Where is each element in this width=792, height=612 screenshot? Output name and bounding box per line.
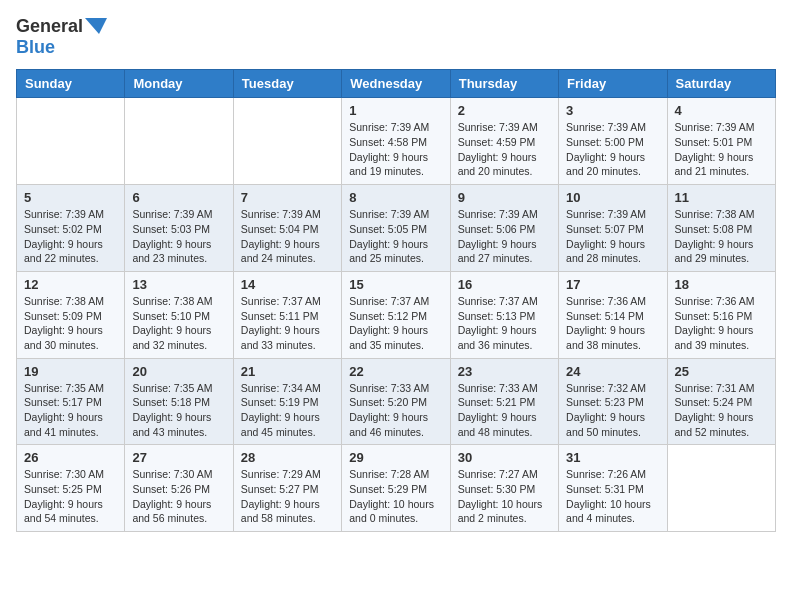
calendar-cell: 2Sunrise: 7:39 AM Sunset: 4:59 PM Daylig… [450, 98, 558, 185]
day-number: 13 [132, 277, 225, 292]
cell-info: Sunrise: 7:36 AM Sunset: 5:14 PM Dayligh… [566, 294, 659, 353]
cell-info: Sunrise: 7:29 AM Sunset: 5:27 PM Dayligh… [241, 467, 334, 526]
cell-info: Sunrise: 7:39 AM Sunset: 5:05 PM Dayligh… [349, 207, 442, 266]
cell-info: Sunrise: 7:37 AM Sunset: 5:13 PM Dayligh… [458, 294, 551, 353]
calendar-cell: 20Sunrise: 7:35 AM Sunset: 5:18 PM Dayli… [125, 358, 233, 445]
weekday-header: Tuesday [233, 70, 341, 98]
calendar-cell: 27Sunrise: 7:30 AM Sunset: 5:26 PM Dayli… [125, 445, 233, 532]
day-number: 24 [566, 364, 659, 379]
calendar-cell: 9Sunrise: 7:39 AM Sunset: 5:06 PM Daylig… [450, 185, 558, 272]
calendar-cell: 13Sunrise: 7:38 AM Sunset: 5:10 PM Dayli… [125, 271, 233, 358]
weekday-header: Thursday [450, 70, 558, 98]
calendar-cell: 24Sunrise: 7:32 AM Sunset: 5:23 PM Dayli… [559, 358, 667, 445]
svg-marker-0 [85, 18, 107, 34]
day-number: 9 [458, 190, 551, 205]
day-number: 20 [132, 364, 225, 379]
day-number: 4 [675, 103, 768, 118]
logo-arrow-icon [85, 14, 107, 34]
cell-info: Sunrise: 7:39 AM Sunset: 5:07 PM Dayligh… [566, 207, 659, 266]
cell-info: Sunrise: 7:33 AM Sunset: 5:20 PM Dayligh… [349, 381, 442, 440]
calendar-body: 1Sunrise: 7:39 AM Sunset: 4:58 PM Daylig… [17, 98, 776, 532]
calendar-cell: 3Sunrise: 7:39 AM Sunset: 5:00 PM Daylig… [559, 98, 667, 185]
cell-info: Sunrise: 7:39 AM Sunset: 5:03 PM Dayligh… [132, 207, 225, 266]
calendar-cell: 4Sunrise: 7:39 AM Sunset: 5:01 PM Daylig… [667, 98, 775, 185]
calendar-cell: 7Sunrise: 7:39 AM Sunset: 5:04 PM Daylig… [233, 185, 341, 272]
calendar-cell: 5Sunrise: 7:39 AM Sunset: 5:02 PM Daylig… [17, 185, 125, 272]
calendar-week-row: 26Sunrise: 7:30 AM Sunset: 5:25 PM Dayli… [17, 445, 776, 532]
cell-info: Sunrise: 7:35 AM Sunset: 5:18 PM Dayligh… [132, 381, 225, 440]
calendar-cell: 1Sunrise: 7:39 AM Sunset: 4:58 PM Daylig… [342, 98, 450, 185]
cell-info: Sunrise: 7:37 AM Sunset: 5:12 PM Dayligh… [349, 294, 442, 353]
calendar-cell: 18Sunrise: 7:36 AM Sunset: 5:16 PM Dayli… [667, 271, 775, 358]
logo-blue: Blue [16, 37, 55, 58]
cell-info: Sunrise: 7:39 AM Sunset: 5:00 PM Dayligh… [566, 120, 659, 179]
cell-info: Sunrise: 7:37 AM Sunset: 5:11 PM Dayligh… [241, 294, 334, 353]
cell-info: Sunrise: 7:38 AM Sunset: 5:08 PM Dayligh… [675, 207, 768, 266]
day-number: 6 [132, 190, 225, 205]
calendar-header: SundayMondayTuesdayWednesdayThursdayFrid… [17, 70, 776, 98]
calendar-cell: 25Sunrise: 7:31 AM Sunset: 5:24 PM Dayli… [667, 358, 775, 445]
calendar-week-row: 19Sunrise: 7:35 AM Sunset: 5:17 PM Dayli… [17, 358, 776, 445]
day-number: 3 [566, 103, 659, 118]
calendar-cell: 21Sunrise: 7:34 AM Sunset: 5:19 PM Dayli… [233, 358, 341, 445]
calendar-cell [233, 98, 341, 185]
day-number: 27 [132, 450, 225, 465]
day-number: 25 [675, 364, 768, 379]
cell-info: Sunrise: 7:26 AM Sunset: 5:31 PM Dayligh… [566, 467, 659, 526]
cell-info: Sunrise: 7:39 AM Sunset: 5:06 PM Dayligh… [458, 207, 551, 266]
calendar-cell [17, 98, 125, 185]
day-number: 18 [675, 277, 768, 292]
day-number: 30 [458, 450, 551, 465]
calendar-week-row: 1Sunrise: 7:39 AM Sunset: 4:58 PM Daylig… [17, 98, 776, 185]
calendar-cell: 30Sunrise: 7:27 AM Sunset: 5:30 PM Dayli… [450, 445, 558, 532]
calendar-cell: 19Sunrise: 7:35 AM Sunset: 5:17 PM Dayli… [17, 358, 125, 445]
day-number: 23 [458, 364, 551, 379]
cell-info: Sunrise: 7:39 AM Sunset: 4:59 PM Dayligh… [458, 120, 551, 179]
cell-info: Sunrise: 7:35 AM Sunset: 5:17 PM Dayligh… [24, 381, 117, 440]
page-container: General Blue SundayMondayTuesdayWednesda… [0, 0, 792, 542]
day-number: 10 [566, 190, 659, 205]
calendar-cell [667, 445, 775, 532]
day-number: 8 [349, 190, 442, 205]
day-number: 7 [241, 190, 334, 205]
calendar-cell: 12Sunrise: 7:38 AM Sunset: 5:09 PM Dayli… [17, 271, 125, 358]
calendar-cell: 11Sunrise: 7:38 AM Sunset: 5:08 PM Dayli… [667, 185, 775, 272]
weekday-header: Friday [559, 70, 667, 98]
weekday-header: Wednesday [342, 70, 450, 98]
day-number: 12 [24, 277, 117, 292]
calendar-cell: 23Sunrise: 7:33 AM Sunset: 5:21 PM Dayli… [450, 358, 558, 445]
day-number: 15 [349, 277, 442, 292]
page-header: General Blue [16, 16, 776, 57]
day-number: 22 [349, 364, 442, 379]
cell-info: Sunrise: 7:38 AM Sunset: 5:09 PM Dayligh… [24, 294, 117, 353]
day-number: 19 [24, 364, 117, 379]
day-number: 26 [24, 450, 117, 465]
calendar-cell: 26Sunrise: 7:30 AM Sunset: 5:25 PM Dayli… [17, 445, 125, 532]
cell-info: Sunrise: 7:39 AM Sunset: 4:58 PM Dayligh… [349, 120, 442, 179]
day-number: 5 [24, 190, 117, 205]
calendar-cell: 6Sunrise: 7:39 AM Sunset: 5:03 PM Daylig… [125, 185, 233, 272]
day-number: 21 [241, 364, 334, 379]
cell-info: Sunrise: 7:38 AM Sunset: 5:10 PM Dayligh… [132, 294, 225, 353]
day-number: 17 [566, 277, 659, 292]
calendar-cell: 22Sunrise: 7:33 AM Sunset: 5:20 PM Dayli… [342, 358, 450, 445]
weekday-row: SundayMondayTuesdayWednesdayThursdayFrid… [17, 70, 776, 98]
cell-info: Sunrise: 7:28 AM Sunset: 5:29 PM Dayligh… [349, 467, 442, 526]
calendar-cell: 16Sunrise: 7:37 AM Sunset: 5:13 PM Dayli… [450, 271, 558, 358]
calendar-cell [125, 98, 233, 185]
calendar-table: SundayMondayTuesdayWednesdayThursdayFrid… [16, 69, 776, 532]
cell-info: Sunrise: 7:39 AM Sunset: 5:01 PM Dayligh… [675, 120, 768, 179]
logo: General Blue [16, 16, 107, 57]
cell-info: Sunrise: 7:30 AM Sunset: 5:25 PM Dayligh… [24, 467, 117, 526]
cell-info: Sunrise: 7:34 AM Sunset: 5:19 PM Dayligh… [241, 381, 334, 440]
day-number: 1 [349, 103, 442, 118]
day-number: 11 [675, 190, 768, 205]
day-number: 16 [458, 277, 551, 292]
cell-info: Sunrise: 7:30 AM Sunset: 5:26 PM Dayligh… [132, 467, 225, 526]
calendar-cell: 28Sunrise: 7:29 AM Sunset: 5:27 PM Dayli… [233, 445, 341, 532]
day-number: 29 [349, 450, 442, 465]
calendar-cell: 29Sunrise: 7:28 AM Sunset: 5:29 PM Dayli… [342, 445, 450, 532]
calendar-cell: 8Sunrise: 7:39 AM Sunset: 5:05 PM Daylig… [342, 185, 450, 272]
cell-info: Sunrise: 7:36 AM Sunset: 5:16 PM Dayligh… [675, 294, 768, 353]
calendar-cell: 15Sunrise: 7:37 AM Sunset: 5:12 PM Dayli… [342, 271, 450, 358]
